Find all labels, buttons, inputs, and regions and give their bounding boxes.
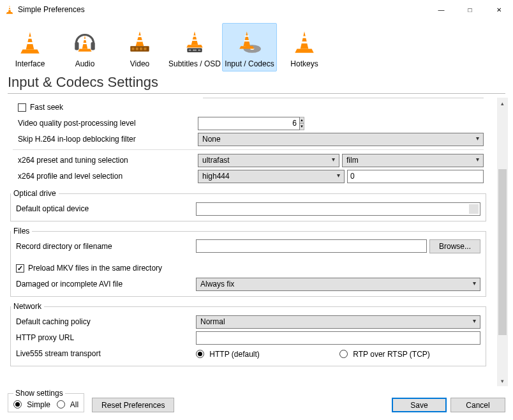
x264-preset-label: x264 preset and tuning selection <box>18 156 198 165</box>
postproc-input[interactable] <box>198 117 300 130</box>
postproc-label: Video quality post-processing level <box>18 119 198 128</box>
vertical-scrollbar[interactable]: ▴ ▾ <box>497 98 508 386</box>
heading-separator <box>8 93 505 94</box>
svg-marker-22 <box>191 31 198 45</box>
fast-seek-label: Fast seek <box>30 103 63 112</box>
svg-marker-25 <box>186 45 202 47</box>
reset-preferences-button[interactable]: Reset Preferences <box>92 398 174 412</box>
cancel-button[interactable]: Cancel <box>450 398 505 412</box>
svg-rect-24 <box>192 39 197 40</box>
tab-input-codecs[interactable]: Input / Codecs <box>222 23 277 71</box>
svg-marker-0 <box>8 5 11 12</box>
svg-rect-21 <box>144 47 146 50</box>
record-dir-label: Record directory or filename <box>16 242 196 251</box>
live555-label: Live555 stream transport <box>16 349 196 358</box>
postproc-spinbox[interactable]: ▲ ▼ <box>198 117 255 130</box>
svg-rect-6 <box>27 42 33 44</box>
svg-marker-32 <box>244 31 251 46</box>
spin-down-icon[interactable]: ▼ <box>300 123 304 130</box>
settings-scroll-area: Fast seek Video quality post-processing … <box>8 98 493 386</box>
browse-button[interactable]: Browse... <box>429 239 480 253</box>
caching-combo[interactable]: Normal <box>196 315 480 329</box>
tab-label: Subtitles / OSD <box>168 59 221 68</box>
tab-label: Input / Codecs <box>225 59 274 68</box>
svg-marker-3 <box>6 12 13 14</box>
svg-rect-12 <box>83 43 87 44</box>
svg-marker-39 <box>295 49 313 52</box>
fast-seek-checkbox[interactable] <box>18 103 26 112</box>
x264-level-input[interactable] <box>347 170 484 183</box>
damaged-avi-combo[interactable]: Always fix <box>196 278 480 291</box>
show-simple-label: Simple <box>27 400 50 409</box>
preload-mkv-label: Preload MKV files in the same directory <box>28 264 162 273</box>
svg-rect-16 <box>137 40 143 41</box>
caching-label: Default caching policy <box>16 317 196 326</box>
live555-http-radio[interactable] <box>196 350 204 358</box>
groupbox-cut-indicator <box>203 98 484 98</box>
close-button[interactable]: ✕ <box>484 0 513 19</box>
svg-rect-33 <box>245 35 249 36</box>
network-legend: Network <box>11 302 44 311</box>
x264-tune-combo[interactable]: film <box>342 154 484 167</box>
svg-rect-27 <box>189 49 191 50</box>
preload-mkv-checkbox[interactable] <box>16 264 24 273</box>
cone-disc-icon <box>236 29 263 57</box>
scroll-up-icon[interactable]: ▴ <box>497 98 508 109</box>
scroll-thumb[interactable] <box>498 169 507 335</box>
files-legend: Files <box>11 227 32 236</box>
scroll-track[interactable] <box>497 109 508 375</box>
show-all-radio[interactable] <box>57 400 65 409</box>
record-dir-input[interactable] <box>196 239 427 253</box>
svg-marker-36 <box>301 31 309 49</box>
live555-rtp-radio[interactable] <box>339 350 348 358</box>
save-button[interactable]: Save <box>392 398 447 412</box>
tab-subtitles[interactable]: Subtitles / OSD <box>167 23 222 71</box>
proxy-label: HTTP proxy URL <box>16 333 196 342</box>
svg-marker-4 <box>26 32 34 49</box>
svg-marker-35 <box>239 46 254 49</box>
vlc-cone-icon <box>5 4 14 15</box>
tab-label: Audio <box>75 59 95 68</box>
live555-http-label: HTTP (default) <box>209 350 259 359</box>
svg-rect-2 <box>8 9 10 10</box>
titlebar: Simple Preferences — □ ✕ <box>0 0 513 19</box>
svg-marker-14 <box>136 31 144 46</box>
svg-rect-18 <box>131 47 134 50</box>
optical-group: Optical drive Default optical device <box>10 189 486 221</box>
skip-deblock-combo[interactable]: None <box>198 133 484 146</box>
svg-rect-9 <box>91 42 94 50</box>
tab-hotkeys[interactable]: Hotkeys <box>277 23 332 71</box>
show-all-label: All <box>70 400 78 409</box>
svg-rect-37 <box>302 36 307 38</box>
svg-marker-7 <box>20 50 39 54</box>
show-settings-legend: Show settings <box>13 389 65 398</box>
maximize-button[interactable]: □ <box>456 0 484 19</box>
minimize-button[interactable]: — <box>427 0 456 19</box>
svg-rect-28 <box>193 49 197 50</box>
x264-preset-combo[interactable]: ultrafast <box>198 154 339 167</box>
tab-label: Interface <box>15 59 45 68</box>
svg-rect-38 <box>301 41 307 43</box>
cone-hotkey-icon <box>291 29 318 57</box>
tab-interface[interactable]: Interface <box>3 23 57 71</box>
files-group: Files Record directory or filename Brows… <box>10 227 486 297</box>
svg-rect-34 <box>244 40 249 41</box>
show-simple-radio[interactable] <box>13 400 22 409</box>
cone-sign-icon <box>181 29 208 57</box>
live555-rtp-label: RTP over RTSP (TCP) <box>353 350 429 359</box>
svg-rect-20 <box>140 47 142 50</box>
page-heading: Input & Codecs Settings <box>0 71 513 92</box>
svg-rect-5 <box>28 37 33 39</box>
tab-audio[interactable]: Audio <box>57 23 112 71</box>
default-optical-combo[interactable] <box>196 202 480 216</box>
spin-up-icon[interactable]: ▲ <box>300 117 304 124</box>
cone-icon <box>17 29 43 56</box>
svg-rect-11 <box>83 38 86 40</box>
svg-marker-10 <box>82 35 87 49</box>
svg-rect-23 <box>193 35 197 36</box>
damaged-avi-label: Damaged or incomplete AVI file <box>16 280 196 289</box>
optical-legend: Optical drive <box>11 189 59 198</box>
x264-profile-combo[interactable]: high444 <box>198 170 345 183</box>
tab-video[interactable]: Video <box>112 23 167 71</box>
proxy-input[interactable] <box>196 331 480 345</box>
